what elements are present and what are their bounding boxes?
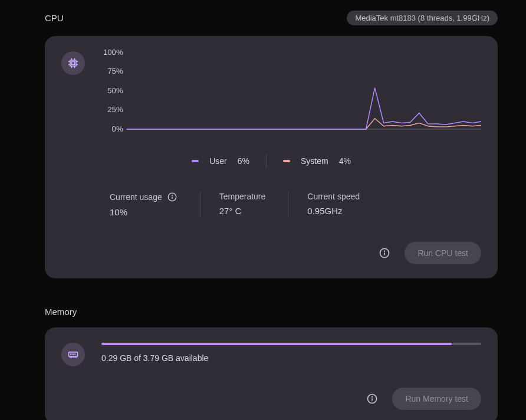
memory-card: 0.29 GB of 3.79 GB available Run Memory … <box>45 327 498 420</box>
cpu-title: CPU <box>45 13 64 23</box>
legend-user: User 6% <box>192 156 249 166</box>
stat-speed-label: Current speed <box>307 192 360 201</box>
memory-icon <box>61 343 85 366</box>
memory-title: Memory <box>45 307 77 317</box>
info-icon[interactable] <box>379 247 390 259</box>
memory-progress-fill <box>101 343 452 345</box>
legend-system-value: 4% <box>339 156 351 166</box>
legend-user-value: 6% <box>238 156 249 166</box>
stat-speed-value: 0.95GHz <box>307 206 360 216</box>
cpu-legend: User 6% System 4% <box>61 154 481 168</box>
memory-available-text: 0.29 GB of 3.79 GB available <box>101 353 481 363</box>
svg-rect-1 <box>72 62 75 65</box>
info-icon[interactable] <box>366 393 378 405</box>
legend-system: System 4% <box>283 156 351 166</box>
stat-usage-label: Current usage <box>110 192 162 202</box>
info-icon[interactable] <box>167 192 177 202</box>
legend-system-swatch <box>283 160 290 162</box>
svg-text:100%: 100% <box>103 49 123 57</box>
cpu-model-chip: MediaTek mt8183 (8 threads, 1.99GHz) <box>347 11 498 25</box>
stat-usage: Current usage 10% <box>110 192 200 217</box>
cpu-stats: Current usage 10% Temperature 27° C Curr… <box>61 189 481 217</box>
run-cpu-test-button[interactable]: Run CPU test <box>405 242 481 264</box>
svg-point-18 <box>172 195 172 196</box>
cpu-section-header: CPU MediaTek mt8183 (8 threads, 1.99GHz) <box>45 11 498 25</box>
svg-point-21 <box>384 251 385 251</box>
svg-text:25%: 25% <box>107 106 123 114</box>
cpu-chip-icon <box>61 51 85 75</box>
legend-divider <box>266 154 267 168</box>
svg-text:50%: 50% <box>107 86 123 95</box>
stat-usage-value: 10% <box>110 207 177 217</box>
run-memory-test-button[interactable]: Run Memory test <box>392 388 481 410</box>
svg-rect-0 <box>70 60 76 66</box>
memory-section-header: Memory <box>45 307 498 317</box>
stat-temp-value: 27° C <box>219 206 266 216</box>
memory-progress-track <box>101 343 481 345</box>
stat-temp-label: Temperature <box>219 192 266 201</box>
stat-speed: Current speed 0.95GHz <box>288 192 382 217</box>
legend-system-label: System <box>301 156 328 166</box>
cpu-card: 100%75%50%25%0% User 6% System 4% Curren… <box>45 36 498 278</box>
cpu-chart: 100%75%50%25%0% <box>98 49 481 137</box>
svg-point-34 <box>372 396 373 397</box>
legend-user-label: User <box>209 156 227 166</box>
stat-temperature: Temperature 27° C <box>200 192 288 217</box>
svg-text:75%: 75% <box>107 67 123 76</box>
legend-user-swatch <box>192 160 199 162</box>
svg-text:0%: 0% <box>112 124 123 133</box>
